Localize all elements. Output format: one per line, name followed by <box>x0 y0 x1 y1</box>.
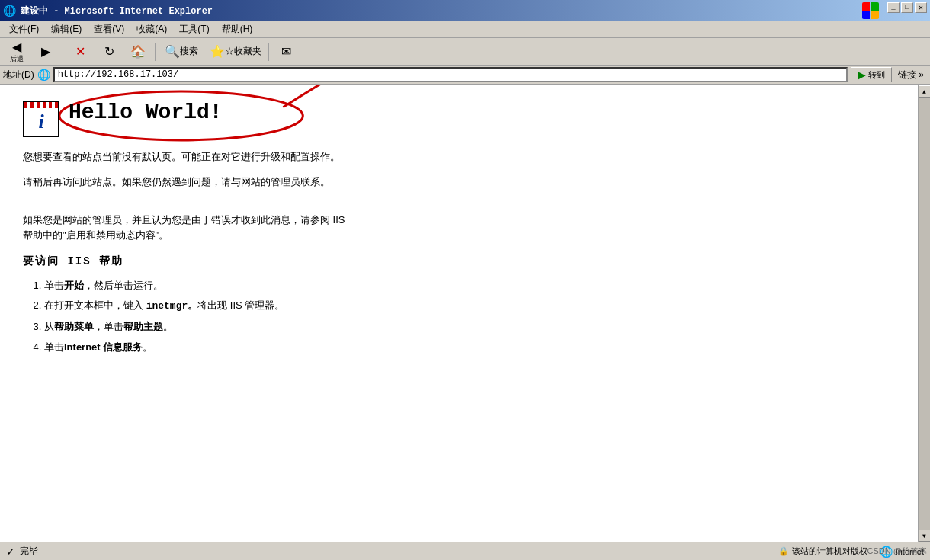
titlebar-left: 🌐 建设中 - Microsoft Internet Explorer <box>3 5 213 18</box>
favorites-button[interactable]: ⭐ ☆收藏夹 <box>206 40 265 63</box>
para1: 您想要查看的站点当前没有默认页。可能正在对它进行升级和配置操作。 <box>23 149 895 165</box>
minimize-button[interactable]: _ <box>887 2 900 13</box>
forward-icon: ▶ <box>41 44 50 59</box>
ie-icon: 🌐 <box>3 5 16 18</box>
menu-file[interactable]: 文件(F) <box>3 21 45 37</box>
refresh-icon: ↻ <box>104 44 114 59</box>
toolbar: ◀ 后退 ▶ ✕ ↻ 🏠 🔍 搜索 ⭐ ☆收藏夹 ✉ <box>0 38 930 66</box>
scroll-down-button[interactable]: ▼ <box>919 530 931 542</box>
address-label: 地址(D) <box>3 69 34 82</box>
stop-button[interactable]: ✕ <box>66 40 94 63</box>
step-1: 单击开始，然后单击运行。 <box>44 278 895 294</box>
lock-icon: 🔒 <box>778 546 789 556</box>
iis-icon: i <box>23 101 59 137</box>
divider <box>23 200 895 200</box>
winxp-logo <box>862 2 879 19</box>
titlebar: 🌐 建设中 - Microsoft Internet Explorer _ □ … <box>0 0 930 21</box>
separator-2 <box>155 43 156 61</box>
address-input[interactable] <box>53 67 848 82</box>
status-icon: ✓ <box>6 546 15 558</box>
iis-help-heading: 要访问 IIS 帮助 <box>23 253 895 270</box>
titlebar-title: 建设中 - Microsoft Internet Explorer <box>21 5 213 18</box>
steps-list: 单击开始，然后单击运行。 在打开文本框中，键入 inetmgr。将出现 IIS … <box>44 278 895 356</box>
go-button[interactable]: ▶ 转到 <box>851 67 892 82</box>
windows-flag-icon <box>862 2 879 19</box>
menu-favorites[interactable]: 收藏(A) <box>130 21 173 37</box>
hello-world-heading: Hello World! <box>69 101 223 124</box>
scrollbar-track[interactable] <box>919 98 930 530</box>
menubar: 文件(F) 编辑(E) 查看(V) 收藏(A) 工具(T) 帮助(H) <box>0 21 930 38</box>
addressbar: 地址(D) 🌐 ▶ 转到 链接 » <box>0 66 930 85</box>
step-3: 从帮助菜单，单击帮助主题。 <box>44 319 895 335</box>
search-button[interactable]: 🔍 搜索 <box>159 40 204 63</box>
statusbar: ✓ 完毕 🔒 该站的计算机对版权 🌐 Internet <box>0 542 930 560</box>
links-label: 链接 » <box>895 69 927 82</box>
browser-frame: i Hello World! 您想要查看的站点当前没有默认页。可能正在对它进行升… <box>0 85 930 542</box>
security-warning: 🔒 该站的计算机对版权 <box>778 546 867 557</box>
forward-button[interactable]: ▶ <box>32 40 59 63</box>
home-icon: 🏠 <box>130 44 146 59</box>
back-button[interactable]: ◀ 后退 <box>3 40 30 63</box>
para2: 请稍后再访问此站点。如果您仍然遇到问题，请与网站的管理员联系。 <box>23 174 895 190</box>
close-button[interactable]: ✕ <box>915 2 927 13</box>
menu-edit[interactable]: 编辑(E) <box>45 21 88 37</box>
scrollbar-right: ▲ ▼ <box>918 85 930 542</box>
search-icon: 🔍 <box>165 44 180 59</box>
statusbar-left: ✓ 完毕 <box>6 545 38 558</box>
favorites-icon: ⭐ <box>210 44 225 59</box>
page-body: 您想要查看的站点当前没有默认页。可能正在对它进行升级和配置操作。 请稍后再访问此… <box>23 149 895 356</box>
titlebar-buttons: _ □ ✕ <box>862 2 927 19</box>
back-icon: ◀ <box>12 40 21 54</box>
stop-icon: ✕ <box>75 44 85 59</box>
status-text: 完毕 <box>20 545 38 558</box>
maximize-button[interactable]: □ <box>901 2 913 13</box>
refresh-button[interactable]: ↻ <box>95 40 123 63</box>
para3: 如果您是网站的管理员，并且认为您是由于错误才收到此消息，请参阅 IIS 帮助中的… <box>23 213 895 245</box>
home-button[interactable]: 🏠 <box>124 40 152 63</box>
separator-3 <box>268 43 269 61</box>
mail-icon: ✉ <box>281 44 291 59</box>
page-header: i Hello World! <box>23 101 895 137</box>
menu-help[interactable]: 帮助(H) <box>216 21 259 37</box>
mail-button[interactable]: ✉ <box>272 40 300 63</box>
menu-tools[interactable]: 工具(T) <box>173 21 215 37</box>
address-globe-icon: 🌐 <box>37 69 50 81</box>
go-arrow-icon: ▶ <box>858 69 866 81</box>
step-2: 在打开文本框中，键入 inetmgr。将出现 IIS 管理器。 <box>44 298 895 315</box>
menu-view[interactable]: 查看(V) <box>88 21 130 37</box>
watermark: CSDN @竹等寒 <box>867 546 927 557</box>
step-4: 单击Internet 信息服务。 <box>44 340 895 356</box>
content-area: i Hello World! 您想要查看的站点当前没有默认页。可能正在对它进行升… <box>0 85 918 542</box>
separator-1 <box>63 43 63 61</box>
hello-world-text: Hello World! <box>69 101 223 124</box>
scroll-up-button[interactable]: ▲ <box>919 85 931 98</box>
